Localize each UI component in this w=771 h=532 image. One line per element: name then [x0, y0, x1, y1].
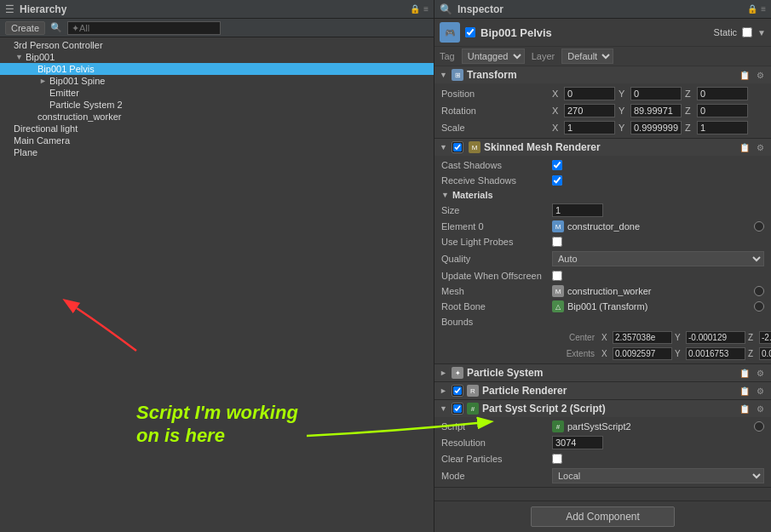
tree-item-plane[interactable]: Plane — [0, 146, 434, 158]
center-row: Center X Y Z — [434, 329, 771, 346]
script-select-btn[interactable] — [754, 421, 764, 432]
use-light-probes-label: Use Light Probes — [441, 237, 552, 247]
tree-item-emitter[interactable]: Emitter — [0, 87, 434, 99]
tree-item-bip001[interactable]: ▼Bip001 — [0, 51, 434, 63]
script-header[interactable]: ▼ # Part Syst Script 2 (Script) 📋 ⚙ — [434, 400, 771, 417]
go-active-checkbox[interactable] — [465, 27, 475, 37]
hierarchy-panel-header: ☰ Hierarchy 🔒 ≡ — [0, 0, 434, 19]
resolution-input[interactable] — [552, 436, 603, 449]
particle-renderer-options-btn[interactable]: 📋 — [738, 386, 751, 396]
rot-x-input[interactable] — [564, 104, 615, 117]
skinned-gear-icon[interactable]: ⚙ — [755, 143, 766, 152]
scale-z-input[interactable] — [697, 121, 748, 134]
receive-shadows-checkbox[interactable] — [552, 175, 562, 186]
particle-renderer-section: ► R Particle Renderer 📋 ⚙ — [434, 382, 771, 400]
center-z-input[interactable] — [759, 331, 771, 344]
hierarchy-panel: ☰ Hierarchy 🔒 ≡ Create 🔍 3rd Person Cont… — [0, 0, 434, 532]
center-y-input[interactable] — [686, 331, 745, 344]
pos-x-input[interactable] — [564, 87, 615, 100]
script-script-icon: # — [552, 420, 564, 432]
center-x-input[interactable] — [613, 331, 672, 344]
tree-item-3rdperson[interactable]: 3rd Person Controller — [0, 39, 434, 51]
particle-system-options-btn[interactable]: 📋 — [738, 369, 751, 378]
root-bone-ref: △ Bip001 (Transform) — [552, 300, 764, 312]
scale-label: Scale — [441, 123, 552, 133]
skinned-mesh-icon: M — [469, 141, 480, 153]
clear-particles-checkbox[interactable] — [552, 454, 562, 464]
extents-z-input[interactable] — [759, 347, 771, 360]
mesh-select-btn[interactable] — [754, 286, 764, 296]
hierarchy-search-input[interactable] — [67, 21, 221, 35]
root-bone-select-btn[interactable] — [754, 301, 764, 312]
tree-label-directionallight: Directional light — [14, 123, 78, 134]
particle-system-header[interactable]: ► ✦ Particle System 📋 ⚙ — [434, 364, 771, 381]
particle-renderer-name: Particle Renderer — [482, 385, 734, 397]
resolution-row: Resolution — [434, 434, 771, 451]
particle-renderer-header[interactable]: ► R Particle Renderer 📋 ⚙ — [434, 382, 771, 399]
tag-select[interactable]: Untagged — [462, 49, 525, 64]
scale-y-input[interactable] — [630, 121, 682, 134]
extents-x-input[interactable] — [613, 347, 672, 360]
hierarchy-lock-icon[interactable]: 🔒 — [410, 4, 420, 14]
static-checkbox[interactable] — [742, 27, 752, 37]
script-active-checkbox[interactable] — [453, 404, 462, 413]
static-label: Static — [714, 27, 738, 37]
pos-z-input[interactable] — [697, 87, 748, 100]
tree-item-construction_worker[interactable]: construction_worker — [0, 111, 434, 123]
pos-y-input[interactable] — [630, 87, 682, 100]
inspector-title: Inspector — [457, 3, 503, 15]
main-container: ☰ Hierarchy 🔒 ≡ Create 🔍 3rd Person Cont… — [0, 0, 771, 532]
scale-x-input[interactable] — [564, 121, 615, 134]
inspector-menu-icon[interactable]: ≡ — [761, 4, 766, 14]
script-ref: # partSystScript2 — [552, 420, 764, 432]
receive-shadows-label: Receive Shadows — [441, 175, 552, 186]
tree-item-directionallight[interactable]: Directional light — [0, 123, 434, 134]
particle-renderer-checkbox[interactable] — [453, 386, 462, 395]
center-y-label: Y — [675, 333, 683, 342]
element0-select-btn[interactable] — [754, 221, 764, 232]
go-name[interactable]: Bip001 Pelvis — [480, 26, 709, 39]
skinned-options-btn[interactable]: 📋 — [738, 143, 751, 152]
particle-system-gear-icon[interactable]: ⚙ — [755, 369, 766, 378]
tree-item-maincamera[interactable]: Main Camera — [0, 134, 434, 146]
size-row: Size — [434, 202, 771, 219]
create-button[interactable]: Create — [5, 21, 45, 35]
layer-select[interactable]: Default — [561, 49, 613, 64]
transform-gear-icon[interactable]: ⚙ — [755, 71, 766, 80]
tree-arrow-bip001[interactable]: ▼ — [15, 53, 26, 61]
transform-header[interactable]: ▼ ⊞ Transform 📋 ⚙ — [434, 66, 771, 83]
extents-y-input[interactable] — [686, 347, 745, 360]
add-component-button[interactable]: Add Component — [531, 506, 675, 527]
size-input[interactable] — [552, 203, 603, 217]
inspector-panel: 🔍 Inspector 🔒 ≡ 🎮 Bip001 Pelvis Static ▼… — [434, 0, 771, 532]
hierarchy-menu-icon[interactable]: ≡ — [423, 4, 429, 14]
mode-select[interactable]: Local — [552, 468, 764, 483]
tree-item-bip001spine[interactable]: ►Bip001 Spine — [0, 75, 434, 87]
skinned-mesh-body: Cast Shadows Receive Shadows ▼ Materials… — [434, 156, 771, 363]
script-section: ▼ # Part Syst Script 2 (Script) 📋 ⚙ Scri… — [434, 400, 771, 488]
pos-y-label: Y — [619, 89, 627, 99]
particle-renderer-gear-icon[interactable]: ⚙ — [755, 386, 766, 396]
quality-select[interactable]: Auto — [552, 251, 764, 266]
rot-y-label: Y — [619, 106, 627, 116]
use-light-probes-checkbox[interactable] — [552, 237, 562, 247]
skinned-active-checkbox[interactable] — [453, 143, 462, 152]
tree-label-bip001pelvis: Bip001 Pelvis — [37, 64, 95, 74]
extents-xyz: X Y Z — [601, 347, 771, 360]
tree-item-bip001pelvis[interactable]: Bip001 Pelvis — [0, 63, 434, 75]
go-icon: 🎮 — [440, 22, 460, 43]
scale-z-label: Z — [685, 123, 693, 133]
script-options-btn[interactable]: 📋 — [738, 404, 751, 414]
transform-options-btn[interactable]: 📋 — [738, 71, 751, 80]
static-dropdown-arrow[interactable]: ▼ — [757, 28, 766, 37]
rot-y-input[interactable] — [630, 104, 682, 117]
root-bone-value: Bip001 (Transform) — [567, 301, 751, 312]
script-gear-icon[interactable]: ⚙ — [755, 404, 766, 414]
tree-arrow-bip001spine[interactable]: ► — [39, 77, 49, 85]
inspector-lock-icon[interactable]: 🔒 — [747, 4, 757, 14]
update-offscreen-checkbox[interactable] — [552, 271, 562, 281]
cast-shadows-checkbox[interactable] — [552, 160, 562, 170]
skinned-mesh-header[interactable]: ▼ M Skinned Mesh Renderer 📋 ⚙ — [434, 139, 771, 156]
tree-item-particlesys2[interactable]: Particle System 2 — [0, 99, 434, 111]
rot-z-input[interactable] — [697, 104, 748, 117]
